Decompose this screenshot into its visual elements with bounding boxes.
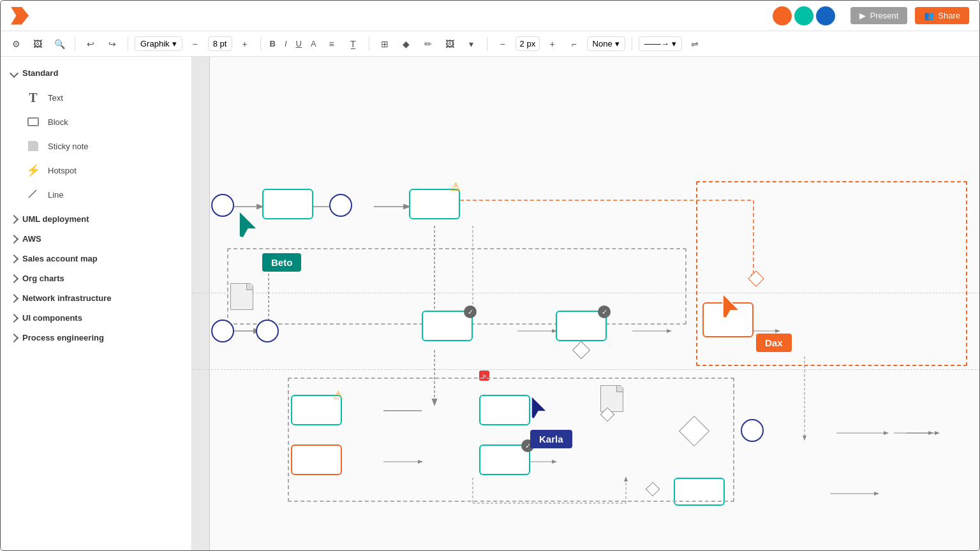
bold-button[interactable]: B	[267, 38, 278, 50]
line-width-decrease[interactable]: −	[494, 35, 512, 53]
circle-2[interactable]	[329, 194, 352, 217]
block-icon	[26, 115, 40, 129]
shape-rect-row3-2[interactable]	[479, 395, 530, 425]
avatar-group	[773, 6, 835, 26]
app-logo[interactable]	[11, 7, 29, 25]
redo-button[interactable]: ↪	[103, 35, 121, 53]
italic-button[interactable]: I	[282, 38, 290, 50]
sidebar-item-text[interactable]: T Text	[16, 85, 191, 110]
sidebar-section-standard[interactable]: Standard	[1, 63, 191, 83]
format-icon[interactable]: ⇌	[686, 35, 704, 53]
circle-1[interactable]	[211, 194, 234, 217]
sidebar-item-hotspot[interactable]: ⚡ Hotspot	[16, 158, 191, 182]
share-button[interactable]: 👥 Share	[915, 7, 969, 24]
toolbar-divider-4	[369, 37, 369, 51]
swimlane-strip	[192, 57, 210, 550]
circle-row2-2[interactable]	[256, 320, 279, 342]
font-size-input[interactable]	[208, 36, 232, 51]
settings-icon[interactable]: ⚙	[7, 35, 25, 53]
canvas[interactable]: ⚠ Beto ✓ ✓	[192, 57, 979, 550]
sidebar-sales-label: Sales account map	[22, 254, 98, 263]
sidebar-item-sticky-note[interactable]: Sticky note	[16, 134, 191, 158]
sidebar-section-ui[interactable]: UI components	[1, 308, 191, 328]
chevron-aws	[10, 234, 19, 243]
text-format-button[interactable]: T̲	[345, 35, 362, 53]
share-label: Share	[938, 11, 960, 20]
line-width-input[interactable]	[516, 36, 540, 51]
selection-box-orange	[696, 181, 967, 366]
sidebar-line-label: Line	[48, 190, 64, 200]
label-beto: Beto	[262, 253, 301, 272]
connectors-svg	[192, 57, 979, 550]
shape-rect-row2-orange[interactable]	[702, 302, 754, 337]
line-style-select[interactable]: None ▾	[587, 36, 625, 51]
sidebar-text-label: Text	[48, 93, 63, 103]
pen-button[interactable]: ✏	[419, 35, 437, 53]
sidebar-section-aws[interactable]: AWS	[1, 229, 191, 249]
warning-badge-1: ⚠	[449, 180, 463, 194]
toolbar-divider-6	[632, 37, 632, 51]
svg-line-0	[29, 190, 36, 198]
sidebar-section-org[interactable]: Org charts	[1, 268, 191, 288]
arrow-style-chevron: ▾	[672, 39, 676, 48]
line-corner-button[interactable]: ⌐	[565, 35, 583, 53]
sidebar-section-network[interactable]: Network infrastructure	[1, 288, 191, 308]
svg-marker-29	[531, 396, 547, 419]
align-button[interactable]: ≡	[323, 35, 341, 53]
shape-document-1[interactable]	[230, 283, 253, 310]
image-insert-button[interactable]: 🖼	[441, 35, 459, 53]
text-icon: T	[26, 91, 40, 105]
sidebar-ui-label: UI components	[22, 313, 82, 323]
chevron-org	[10, 274, 19, 283]
underline-button[interactable]: U	[293, 38, 304, 50]
diamond-bottom-right[interactable]	[646, 482, 660, 497]
font-size-decrease[interactable]: −	[186, 35, 204, 53]
present-button[interactable]: ▶ Present	[850, 7, 907, 24]
circle-bottom-right[interactable]	[741, 419, 764, 442]
warning-badge-2: ⚠	[331, 388, 345, 402]
swimlane-divider-2	[192, 369, 979, 370]
circle-row2-1[interactable]	[211, 320, 234, 342]
table-button[interactable]: ⊞	[376, 35, 394, 53]
sticky-shape	[28, 141, 38, 151]
search-icon[interactable]: 🔍	[50, 35, 68, 53]
font-family-select[interactable]: Graphik ▾	[135, 36, 182, 51]
sidebar-standard-label: Standard	[22, 68, 58, 78]
diamond-row3-2[interactable]	[679, 416, 709, 446]
shape-rect-row3-orange-1[interactable]	[291, 444, 342, 475]
diamond-row2[interactable]	[572, 341, 590, 359]
sidebar-section-uml[interactable]: UML deployment	[1, 209, 191, 229]
sidebar-item-line[interactable]: Line	[16, 182, 191, 207]
app-window: ▶ Present 👥 Share ⚙ 🖼 🔍 ↩ ↪ Graphik ▾ − …	[0, 0, 980, 551]
avatar-user-1[interactable]	[773, 6, 792, 26]
sidebar-section-process[interactable]: Process engineering	[1, 328, 191, 348]
fill-button[interactable]: ◆	[397, 35, 415, 53]
image-icon[interactable]: 🖼	[29, 35, 47, 53]
more-button[interactable]: ▾	[463, 35, 480, 53]
sidebar: Standard T Text Block	[1, 57, 192, 550]
check-badge-1: ✓	[464, 305, 477, 318]
sidebar-item-block[interactable]: Block	[16, 110, 191, 134]
font-color-button[interactable]: A	[308, 38, 319, 50]
cursor-arrow-1	[238, 210, 264, 240]
avatar-user-3[interactable]	[816, 6, 835, 26]
sidebar-block-label: Block	[48, 117, 68, 127]
shape-document-2[interactable]	[600, 385, 623, 412]
sidebar-section-sales[interactable]: Sales account map	[1, 249, 191, 268]
sidebar-uml-label: UML deployment	[22, 214, 89, 224]
chevron-standard	[10, 68, 19, 77]
present-label: Present	[870, 11, 898, 20]
shape-rect-bottom-right[interactable]	[674, 478, 725, 506]
toolbar: ⚙ 🖼 🔍 ↩ ↪ Graphik ▾ − + B I U A ≡ T̲ ⊞ ◆…	[1, 31, 979, 57]
avatar-user-2[interactable]	[794, 6, 813, 26]
sidebar-hotspot-label: Hotspot	[48, 166, 77, 175]
main-content: Standard T Text Block	[1, 57, 979, 550]
arrow-style-select[interactable]: ——→ ▾	[639, 36, 682, 51]
svg-marker-27	[239, 211, 257, 238]
line-width-increase[interactable]: +	[544, 35, 561, 53]
diamond-orange-1[interactable]	[748, 270, 764, 286]
undo-button[interactable]: ↩	[82, 35, 100, 53]
shape-rect-1[interactable]	[262, 189, 313, 219]
font-size-increase[interactable]: +	[236, 35, 254, 53]
font-family-chevron: ▾	[172, 39, 177, 48]
